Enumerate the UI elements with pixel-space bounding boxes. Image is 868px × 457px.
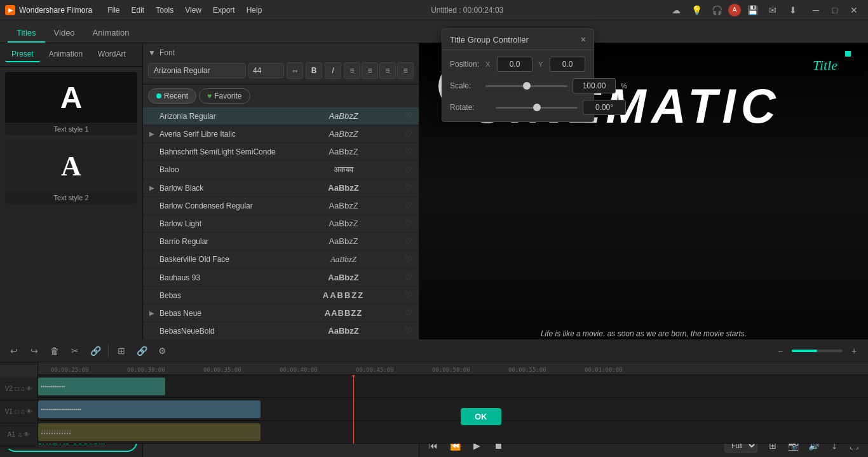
track-eye-icon[interactable]: 👁 (26, 408, 32, 415)
tgc-y-input[interactable] (550, 57, 585, 72)
list-item[interactable]: Bauhaus 93 AaBbzZ ♡ (143, 269, 419, 287)
favorite-icon[interactable]: ♡ (405, 308, 412, 318)
filter-favorite-tab[interactable]: ♥ Favorite (199, 88, 250, 104)
track-eye-icon[interactable]: 👁 (26, 385, 32, 392)
favorite-icon[interactable]: ♡ (405, 201, 412, 210)
tab-video[interactable]: Video (45, 24, 84, 43)
filter-recent-tab[interactable]: Recent (148, 88, 196, 104)
bold-button[interactable]: B (306, 62, 322, 79)
preset-preview-1: A (5, 72, 137, 123)
maximize-button[interactable]: □ (826, 3, 844, 18)
align-right-button[interactable]: ≡ (379, 62, 396, 79)
favorite-icon[interactable]: ♡ (405, 129, 412, 139)
list-item[interactable]: Barrio Regular AaBbzZ ♡ (143, 233, 419, 250)
subtab-wordart[interactable]: WordArt (92, 47, 132, 62)
track-audio-icon[interactable]: ♫ (20, 385, 25, 392)
cloud-icon[interactable]: ☁ (667, 3, 685, 18)
track-film-icon[interactable]: □ (15, 408, 19, 415)
list-item[interactable]: ▶ Averia Serif Libre Italic AaBbzZ ♡ (143, 125, 419, 143)
align-left-button[interactable]: ≡ (344, 62, 360, 79)
chevron-down-icon: ▼ (148, 48, 156, 57)
minimize-button[interactable]: ─ (807, 3, 825, 18)
favorite-icon[interactable]: ♡ (405, 290, 412, 300)
zoom-slider[interactable] (792, 350, 843, 352)
favorite-icon[interactable]: ♡ (405, 255, 412, 264)
letter-spacing-button[interactable]: ⇿ (287, 62, 303, 79)
tgc-rotate-slider[interactable] (496, 107, 578, 109)
list-item[interactable]: ▶ Barlow Black AaBbzZ ♡ (143, 179, 419, 197)
tab-titles[interactable]: Titles (8, 24, 45, 43)
list-item[interactable]: Bebas AABBZZ ♡ (143, 287, 419, 304)
list-item[interactable]: ▶ Bebas Neue AABBZZ ♡ (143, 304, 419, 322)
app-icon: ▶ (5, 5, 15, 15)
track-audio-icon[interactable]: ♫ (20, 408, 25, 415)
expand-icon[interactable]: ▶ (149, 130, 159, 137)
clip-label: ▪▪▪▪▪▪▪▪▪▪▪▪▪▪▪▪▪▪▪▪ (41, 406, 81, 413)
video-clip[interactable]: ▪▪▪▪▪▪▪▪▪▪▪▪ (38, 378, 165, 395)
track-audio-mute[interactable]: ♫ (18, 431, 23, 438)
mail-icon[interactable]: ✉ (764, 3, 782, 18)
zoom-out-button[interactable]: − (771, 342, 789, 360)
font-name: Barrio Regular (159, 237, 282, 246)
tgc-close-button[interactable]: × (581, 34, 586, 44)
favorite-icon[interactable]: ♡ (405, 147, 412, 156)
tgc-rotate-value[interactable] (583, 100, 626, 115)
track-link-button[interactable]: 🔗 (133, 342, 151, 360)
track-id-v1: V1 (5, 408, 13, 415)
tgc-scale-slider[interactable] (485, 85, 567, 87)
font-size-select[interactable]: 44 (248, 63, 284, 78)
font-family-select[interactable]: Arizonia Regular (148, 63, 246, 78)
cut-button[interactable]: ✂ (66, 342, 84, 360)
expand-icon[interactable]: ▶ (149, 310, 159, 317)
menu-view[interactable]: View (180, 4, 207, 17)
undo-button[interactable]: ↩ (5, 342, 23, 360)
download-icon[interactable]: ⬇ (784, 3, 802, 18)
favorite-icon[interactable]: ♡ (405, 273, 412, 282)
favorite-icon[interactable]: ♡ (405, 183, 412, 193)
headset-icon[interactable]: 🎧 (708, 3, 726, 18)
list-item[interactable]: Barlow Condensed Regular AaBbzZ ♡ (143, 197, 419, 215)
favorite-icon[interactable]: ♡ (405, 165, 412, 175)
menu-tools[interactable]: Tools (151, 4, 179, 17)
list-item[interactable]: Baloo अकबव ♡ (143, 161, 419, 179)
favorite-icon[interactable]: ♡ (405, 111, 412, 121)
tgc-x-input[interactable] (497, 57, 532, 72)
align-justify-button[interactable]: ≡ (397, 62, 414, 79)
subtab-preset[interactable]: Preset (5, 47, 40, 62)
tab-animation[interactable]: Animation (84, 24, 139, 43)
zoom-in-button[interactable]: + (845, 342, 863, 360)
add-track-button[interactable]: ⊞ (112, 342, 130, 360)
save-icon[interactable]: 💾 (743, 3, 761, 18)
redo-button[interactable]: ↪ (25, 342, 43, 360)
list-item[interactable]: A Text style 1 (5, 72, 137, 135)
subtab-animation[interactable]: Animation (43, 47, 89, 62)
menu-edit[interactable]: Edit (126, 4, 150, 17)
menu-file[interactable]: File (102, 4, 125, 17)
audio-clip[interactable]: ♩♩♩♩♩♩♩♩♩♩♩♩ (38, 423, 261, 441)
ok-button[interactable]: OK (461, 408, 501, 425)
delete-button[interactable]: 🗑 (46, 342, 64, 360)
list-item[interactable]: Arizonia Regular AaBbzZ ♡ (143, 107, 419, 125)
bulb-icon[interactable]: 💡 (688, 3, 705, 18)
list-item[interactable]: BebasNeueBold AaBbzZ ♡ (143, 322, 419, 340)
italic-button[interactable]: I (325, 62, 341, 79)
align-center-button[interactable]: ≡ (362, 62, 378, 79)
favorite-icon[interactable]: ♡ (405, 219, 412, 228)
list-item[interactable]: Bahnschrift SemiLight SemiConde AaBbzZ ♡ (143, 143, 419, 161)
close-button[interactable]: ✕ (845, 3, 863, 18)
link-button[interactable]: 🔗 (86, 342, 104, 360)
track-vis-icon[interactable]: 👁 (24, 431, 30, 438)
menu-export[interactable]: Export (208, 4, 240, 17)
list-item[interactable]: Baskerville Old Face AaBbzZ ♡ (143, 250, 419, 269)
favorite-icon[interactable]: ♡ (405, 236, 412, 246)
tgc-scale-value[interactable] (573, 78, 616, 93)
settings-button[interactable]: ⚙ (153, 342, 171, 360)
favorite-icon[interactable]: ♡ (405, 326, 412, 336)
avatar-icon[interactable]: A (728, 4, 741, 17)
video-clip-v1[interactable]: ▪▪▪▪▪▪▪▪▪▪▪▪▪▪▪▪▪▪▪▪ (38, 400, 261, 418)
track-film-icon[interactable]: □ (15, 385, 19, 392)
list-item[interactable]: Barlow Light AaBbzZ ♡ (143, 215, 419, 233)
list-item[interactable]: A Text style 2 (5, 140, 137, 204)
menu-help[interactable]: Help (241, 4, 268, 17)
expand-icon[interactable]: ▶ (149, 184, 159, 191)
